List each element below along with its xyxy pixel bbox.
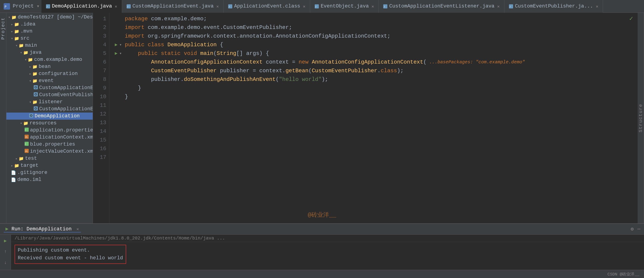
- token: [125, 67, 151, 75]
- token: public: [138, 49, 158, 58]
- token: "hello world": [279, 75, 322, 84]
- folder-icon: 📁: [32, 78, 37, 83]
- code-line-1: package com.example.demo;: [113, 15, 630, 23]
- folder-icon: 📁: [32, 71, 37, 76]
- tab-close-icon[interactable]: ✕: [596, 4, 598, 9]
- chevron-icon: [20, 121, 22, 126]
- tree-item-1[interactable]: 📁.idea: [6, 21, 93, 28]
- java-file-icon: J: [126, 4, 131, 9]
- folder-icon: 📁: [32, 100, 37, 105]
- tree-item-18[interactable]: Pblue.properties: [6, 141, 93, 148]
- tree-item-19[interactable]: XMLinjectValueContext.xml: [6, 148, 93, 155]
- tab-custom-listener[interactable]: JCustomApplicationEventListener.java✕: [379, 0, 504, 13]
- run-arrow-icon[interactable]: ▶: [115, 49, 118, 58]
- tree-item-label: CustomApplicationEventListener: [39, 106, 93, 112]
- token: String: [216, 49, 236, 58]
- tree-item-2[interactable]: 📁.mvn: [6, 28, 93, 35]
- tree-item-label: demo.iml: [17, 177, 42, 182]
- tree-item-21[interactable]: 📁target: [6, 162, 93, 169]
- token: import: [125, 32, 144, 41]
- project-icon: P: [4, 3, 10, 10]
- token: getBean: [286, 67, 308, 75]
- properties-file-icon: P: [24, 142, 29, 147]
- tree-item-16[interactable]: Papplication.properties: [6, 127, 93, 134]
- tree-item-22[interactable]: 📄.gitignore: [6, 169, 93, 176]
- tree-item-12[interactable]: 📁listener: [6, 98, 93, 106]
- project-menu[interactable]: P Project ▾: [4, 3, 40, 10]
- line-number-13: 13: [95, 119, 106, 127]
- tree-item-15[interactable]: 📁resources: [6, 120, 93, 127]
- tab-close-icon[interactable]: ✕: [303, 4, 306, 9]
- svg-point-16: [35, 87, 36, 88]
- tree-item-20[interactable]: 📁test: [6, 155, 93, 162]
- tree-item-label: CustomApplicationEvent: [39, 85, 93, 91]
- tree-item-5[interactable]: 📁java: [6, 49, 93, 56]
- line-number-11: 11: [95, 101, 106, 110]
- tree-item-0[interactable]: 📁demoTest0127 [demo] ~/Desktop/git/demoT…: [6, 14, 93, 21]
- token: [] args) {: [236, 49, 269, 58]
- tab-close-icon[interactable]: ✕: [372, 4, 374, 9]
- run-arrow-icon[interactable]: ▶: [115, 41, 118, 49]
- tree-item-10[interactable]: CustomApplicationEvent: [6, 84, 93, 91]
- code-line-16: }: [113, 93, 630, 101]
- token: }: [125, 84, 141, 93]
- tab-close-icon[interactable]: ✕: [216, 4, 219, 9]
- chevron-icon: [29, 72, 32, 76]
- run-btn[interactable]: ▶: [1, 236, 10, 245]
- tree-item-11[interactable]: CustomEventPublisher: [6, 91, 93, 98]
- token: void: [184, 49, 197, 58]
- java-file-icon: J: [228, 4, 232, 9]
- project-tab-label: Project: [0, 17, 6, 40]
- token: .: [377, 67, 380, 75]
- java-file-icon: J: [383, 4, 387, 9]
- scroll-down-btn[interactable]: ↓: [1, 258, 10, 266]
- run-tab[interactable]: ▶ Run: DemoApplication ✕: [4, 226, 81, 232]
- tree-item-3[interactable]: 📁src: [6, 35, 93, 42]
- tab-custom-app-event[interactable]: JCustomApplicationEvent.java✕: [122, 0, 224, 13]
- chevron-icon: [11, 163, 13, 168]
- tree-item-13[interactable]: CustomApplicationEventListener: [6, 106, 93, 113]
- tree-item-8[interactable]: 📁configuration: [6, 70, 93, 77]
- tree-item-label: bean: [39, 64, 51, 70]
- tree-item-23[interactable]: 📄demo.iml: [6, 176, 93, 183]
- minimize-icon[interactable]: —: [638, 226, 640, 232]
- tree-item-label: main: [25, 43, 37, 48]
- code-lines[interactable]: package com.example.demo;import com.exam…: [109, 13, 633, 223]
- code-editor: 1234567891011121314151617 package com.ex…: [93, 13, 638, 223]
- tree-item-9[interactable]: 📁event: [6, 77, 93, 84]
- tab-close-icon[interactable]: ✕: [497, 4, 500, 9]
- tree-item-14[interactable]: DemoApplication: [6, 113, 93, 120]
- tree-item-label: listener: [39, 99, 63, 105]
- tab-app-event-class[interactable]: JApplicationEvent.class✕: [224, 0, 310, 13]
- structure-sidebar[interactable]: Structure: [638, 13, 644, 223]
- tree-item-label: resources: [30, 120, 57, 126]
- run-path: /Library/Java/JavaVirtualMachines/jdk1.8…: [14, 236, 225, 241]
- token: {: [216, 41, 223, 49]
- token: (: [276, 75, 279, 84]
- chevron-icon: [20, 50, 22, 55]
- tab-custom-publisher[interactable]: JCustomEventPublisher.ja...✕: [504, 0, 603, 13]
- status-bar: CSDN @砖业洋__: [0, 270, 644, 278]
- chevron-down-icon[interactable]: ▾: [36, 3, 40, 9]
- tree-item-label: application.properties: [30, 127, 93, 133]
- console-output-box: Publishing custom event.Received custom …: [14, 245, 126, 264]
- scroll-up-btn[interactable]: ↑: [1, 247, 10, 256]
- token: );: [397, 67, 404, 75]
- chevron-icon: [11, 36, 13, 41]
- project-left-tab[interactable]: Project: [0, 13, 6, 223]
- tab-demo-app[interactable]: JDemoApplication.java✕: [42, 0, 122, 13]
- tree-item-6[interactable]: 📁com.example.demo: [6, 56, 93, 63]
- chevron-icon: [16, 43, 18, 48]
- tree-item-4[interactable]: 📁main: [6, 42, 93, 49]
- tree-item-7[interactable]: 📁bean: [6, 63, 93, 70]
- tree-item-17[interactable]: XMLapplicationContext.xml: [6, 134, 93, 141]
- console-output-line: Received custom event - hello world: [18, 254, 123, 262]
- tree-item-label: blue.properties: [30, 142, 75, 147]
- run-tab-close[interactable]: ✕: [76, 227, 79, 231]
- tab-close-icon[interactable]: ✕: [115, 4, 117, 9]
- tree-item-label: target: [20, 163, 38, 168]
- tab-event-object[interactable]: JEventObject.java✕: [310, 0, 379, 13]
- bottom-tabs: ▶ Run: DemoApplication ✕ ⚙ —: [0, 224, 644, 235]
- java-file-icon: [29, 114, 33, 119]
- settings-gear-icon[interactable]: ⚙: [631, 226, 634, 232]
